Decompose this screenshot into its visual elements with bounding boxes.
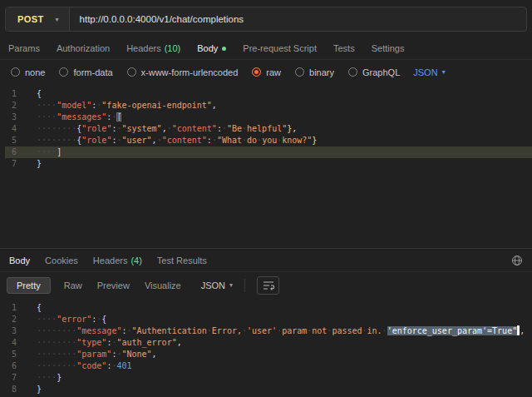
body-type-graphql[interactable]: GraphQL bbox=[348, 67, 400, 77]
body-language-label: JSON bbox=[413, 67, 437, 77]
response-tab-headers[interactable]: Headers(4) bbox=[93, 256, 142, 265]
code-line-7[interactable]: 7} bbox=[5, 158, 532, 170]
request-tab-params[interactable]: Params bbox=[8, 43, 40, 53]
response-language-dropdown[interactable]: JSON ▾ bbox=[201, 280, 233, 290]
radio-icon bbox=[127, 67, 136, 77]
line-number: 3 bbox=[5, 325, 17, 337]
code-line-1[interactable]: 1{ bbox=[5, 88, 532, 100]
response-body-editor[interactable]: 1{2····"error":·{3········"message":·"Au… bbox=[0, 298, 532, 397]
request-tab-pre-request-script[interactable]: Pre-request Script bbox=[243, 43, 317, 53]
code-text: ········{"role":·"user",·"content":·"Wha… bbox=[37, 135, 317, 146]
wrap-lines-icon bbox=[263, 280, 274, 290]
radio-label: binary bbox=[309, 67, 334, 77]
network-globe-icon[interactable] bbox=[511, 255, 523, 266]
response-tab-cookies[interactable]: Cookies bbox=[45, 256, 78, 265]
tab-label: Authorization bbox=[57, 43, 110, 53]
code-text: ····"model":·"fake-openai-endpoint", bbox=[37, 100, 217, 112]
body-type-binary[interactable]: binary bbox=[295, 67, 334, 77]
code-line-6[interactable]: 6····] bbox=[5, 146, 532, 158]
body-content-dot-icon bbox=[222, 47, 226, 51]
response-language-label: JSON bbox=[201, 280, 225, 290]
tab-label: Cookies bbox=[45, 256, 78, 265]
line-number: 7 bbox=[5, 372, 17, 384]
request-tab-authorization[interactable]: Authorization bbox=[57, 43, 110, 53]
code-text: ····"error":·{ bbox=[37, 314, 106, 325]
tab-label: Headers bbox=[126, 43, 161, 53]
tab-label: Pre-request Script bbox=[243, 43, 317, 53]
code-text: } bbox=[37, 384, 42, 395]
line-number: 1 bbox=[5, 302, 17, 314]
tab-count-badge: (4) bbox=[131, 256, 141, 265]
body-language-dropdown[interactable]: JSON ▾ bbox=[413, 67, 445, 77]
radio-label: raw bbox=[266, 67, 281, 77]
body-type-raw[interactable]: raw bbox=[252, 67, 281, 77]
view-tab-pretty[interactable]: Pretty bbox=[7, 277, 51, 294]
code-text: ········"code":·401 bbox=[37, 360, 132, 372]
code-text: ········"param":·"None", bbox=[37, 349, 157, 360]
tab-label: Headers bbox=[93, 256, 128, 265]
code-text: ········"type":·"auth_error", bbox=[37, 337, 182, 349]
code-line-6[interactable]: 6········"code":·401 bbox=[5, 360, 532, 372]
code-text: ····] bbox=[37, 146, 62, 158]
line-number: 5 bbox=[5, 349, 17, 360]
tab-label: Settings bbox=[372, 43, 405, 53]
response-view-bar: PrettyRawPreviewVisualize JSON ▾ bbox=[0, 272, 532, 298]
code-line-3[interactable]: 3········"message":·"Authentication·Erro… bbox=[5, 325, 532, 337]
code-line-2[interactable]: 2····"error":·{ bbox=[5, 314, 532, 325]
request-tabs: ParamsAuthorizationHeaders(10)BodyPre-re… bbox=[0, 37, 532, 60]
code-line-4[interactable]: 4········"type":·"auth_error", bbox=[5, 337, 532, 349]
radio-label: x-www-form-urlencoded bbox=[141, 67, 239, 77]
request-tab-body[interactable]: Body bbox=[197, 43, 226, 53]
response-tab-body[interactable]: Body bbox=[9, 256, 30, 265]
code-line-5[interactable]: 5········"param":·"None", bbox=[5, 349, 532, 360]
view-tab-visualize[interactable]: Visualize bbox=[143, 278, 183, 293]
line-number: 1 bbox=[5, 88, 17, 100]
postman-window: POST ▾ http://0.0.0.0:4000/v1/chat/compl… bbox=[0, 0, 532, 397]
wrap-lines-button[interactable] bbox=[257, 276, 279, 295]
url-input[interactable]: http://0.0.0.0:4000/v1/chat/completions bbox=[70, 7, 254, 31]
chevron-down-icon: ▾ bbox=[56, 16, 59, 23]
code-line-2[interactable]: 2····"model":·"fake-openai-endpoint", bbox=[5, 100, 532, 112]
code-text: { bbox=[37, 88, 42, 100]
request-bar: POST ▾ http://0.0.0.0:4000/v1/chat/compl… bbox=[0, 0, 532, 37]
code-text: ····} bbox=[37, 372, 62, 384]
code-line-8[interactable]: 8} bbox=[5, 384, 532, 395]
view-tab-raw[interactable]: Raw bbox=[62, 278, 84, 293]
body-type-x-www-form-urlencoded[interactable]: x-www-form-urlencoded bbox=[127, 67, 239, 77]
code-line-3[interactable]: 3····"messages":·[ bbox=[5, 112, 532, 123]
line-number: 7 bbox=[5, 158, 17, 170]
body-type-form-data[interactable]: form-data bbox=[59, 67, 112, 77]
tab-label: Tests bbox=[333, 43, 355, 53]
request-tab-tests[interactable]: Tests bbox=[333, 43, 355, 53]
chevron-down-icon: ▾ bbox=[229, 281, 233, 289]
radio-icon bbox=[348, 67, 357, 77]
code-line-5[interactable]: 5········{"role":·"user",·"content":·"Wh… bbox=[5, 135, 532, 146]
code-text: ····"messages":·[ bbox=[37, 112, 121, 123]
request-tab-headers[interactable]: Headers(10) bbox=[126, 43, 180, 53]
request-body-editor[interactable]: 1{2····"model":·"fake-openai-endpoint",3… bbox=[0, 84, 532, 248]
radio-label: GraphQL bbox=[362, 67, 400, 77]
line-number: 3 bbox=[5, 112, 17, 123]
tab-label: Body bbox=[197, 43, 218, 53]
radio-label: form-data bbox=[73, 67, 112, 77]
response-tabs: BodyCookiesHeaders(4)Test Results bbox=[9, 256, 207, 265]
radio-icon bbox=[252, 67, 261, 77]
tab-label: Params bbox=[8, 43, 40, 53]
line-number: 4 bbox=[5, 123, 17, 135]
view-tab-preview[interactable]: Preview bbox=[96, 278, 131, 293]
line-number: 2 bbox=[5, 100, 17, 112]
request-tab-settings[interactable]: Settings bbox=[372, 43, 405, 53]
code-text: } bbox=[37, 158, 42, 170]
code-line-4[interactable]: 4········{"role":·"system",·"content":·"… bbox=[5, 123, 532, 135]
code-text: ········"message":·"Authentication·Error… bbox=[37, 325, 525, 337]
response-tab-test-results[interactable]: Test Results bbox=[157, 256, 207, 265]
body-type-none[interactable]: none bbox=[11, 67, 45, 77]
tab-count-badge: (10) bbox=[165, 43, 181, 53]
line-number: 8 bbox=[5, 384, 17, 395]
method-dropdown[interactable]: POST ▾ bbox=[6, 7, 69, 31]
radio-icon bbox=[11, 67, 20, 77]
body-type-radio-group: noneform-datax-www-form-urlencodedrawbin… bbox=[11, 67, 400, 77]
code-line-1[interactable]: 1{ bbox=[5, 302, 532, 314]
tab-label: Body bbox=[9, 256, 30, 265]
code-line-7[interactable]: 7····} bbox=[5, 372, 532, 384]
